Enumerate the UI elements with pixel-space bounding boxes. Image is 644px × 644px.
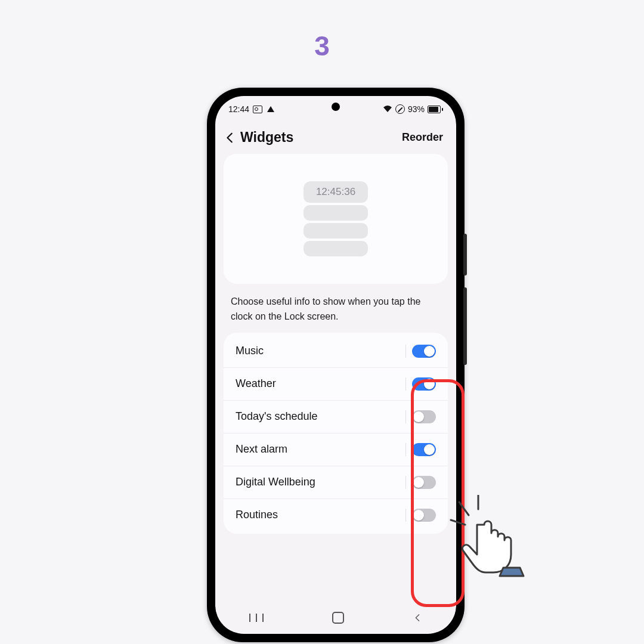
status-time: 12:44 xyxy=(228,104,249,114)
tap-pointer-icon xyxy=(447,495,537,587)
divider xyxy=(405,476,407,489)
gallery-icon xyxy=(253,106,262,113)
widget-row[interactable]: Music xyxy=(224,335,448,368)
divider xyxy=(405,345,407,358)
phone-frame: 12:44 93% xyxy=(207,88,465,642)
widget-label: Today's schedule xyxy=(236,410,318,423)
reorder-button[interactable]: Reorder xyxy=(402,131,443,144)
preview-row xyxy=(304,205,368,221)
home-button[interactable] xyxy=(332,612,344,624)
divider xyxy=(405,443,407,456)
widget-toggle[interactable] xyxy=(412,377,436,391)
widget-row[interactable]: Digital Wellbeing xyxy=(224,466,448,499)
back-button[interactable] xyxy=(224,131,237,144)
widget-row[interactable]: Routines xyxy=(224,499,448,531)
phone-screen: 12:44 93% xyxy=(215,96,456,634)
widget-preview: 12:45:36 xyxy=(304,181,368,256)
page-title: Widgets xyxy=(240,129,293,145)
no-data-icon xyxy=(395,104,405,114)
divider xyxy=(405,410,407,423)
back-nav-button[interactable] xyxy=(413,613,422,623)
svg-line-0 xyxy=(451,520,465,525)
widget-row[interactable]: Next alarm xyxy=(224,434,448,466)
wifi-icon xyxy=(383,106,392,113)
svg-line-1 xyxy=(459,502,469,515)
battery-percent: 93% xyxy=(408,104,425,114)
widget-label: Weather xyxy=(236,377,276,390)
widget-row[interactable]: Weather xyxy=(224,368,448,401)
front-camera xyxy=(332,103,340,111)
widget-preview-card: 12:45:36 xyxy=(224,154,448,284)
widget-toggle[interactable] xyxy=(412,509,436,522)
page-header: Widgets Reorder xyxy=(215,119,456,154)
widget-list: MusicWeatherToday's scheduleNext alarmDi… xyxy=(224,333,448,534)
widget-toggle[interactable] xyxy=(412,443,436,456)
power-button xyxy=(463,287,467,365)
widget-toggle[interactable] xyxy=(412,345,436,358)
divider xyxy=(405,509,407,522)
battery-icon xyxy=(428,106,443,113)
preview-clock: 12:45:36 xyxy=(304,181,368,203)
widget-label: Next alarm xyxy=(236,443,287,456)
android-navbar xyxy=(215,605,456,630)
divider xyxy=(405,377,407,391)
widget-toggle[interactable] xyxy=(412,476,436,489)
widget-toggle[interactable] xyxy=(412,410,436,423)
play-store-icon xyxy=(267,106,274,112)
widget-label: Routines xyxy=(236,509,278,521)
recents-button[interactable] xyxy=(249,614,264,622)
helper-text: Choose useful info to show when you tap … xyxy=(215,284,456,333)
widget-row[interactable]: Today's schedule xyxy=(224,401,448,434)
preview-row xyxy=(304,223,368,239)
preview-row xyxy=(304,241,368,256)
widget-label: Digital Wellbeing xyxy=(236,476,315,488)
volume-button xyxy=(463,234,467,275)
step-number: 3 xyxy=(0,30,644,62)
widget-label: Music xyxy=(236,345,264,357)
